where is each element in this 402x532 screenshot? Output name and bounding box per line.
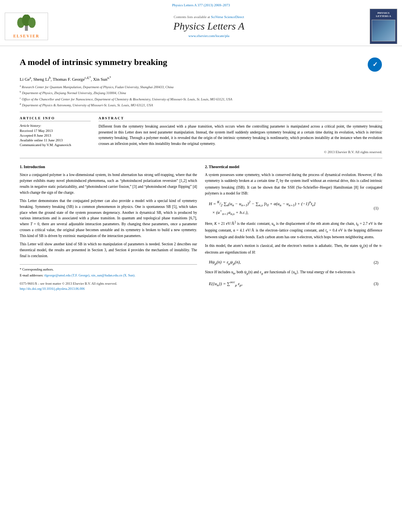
footnotes-section: * Corresponding authors. E-mail addresse… xyxy=(20,264,197,278)
eq2-math: Hψμ(n) = εμψμ(n), xyxy=(209,260,241,264)
accepted-date: Accepted 8 June 2013 xyxy=(20,133,91,137)
theory-para-1: A system possesses some symmetry, which … xyxy=(205,172,382,196)
cover-image xyxy=(372,20,395,41)
intro-para-2: This Letter demonstrates that the conjug… xyxy=(20,198,197,239)
header-center: Contents lists available at SciVerse Sci… xyxy=(48,15,370,38)
journal-cover: PHYSICS LETTERS A xyxy=(370,9,397,44)
affiliation-b: b Department of Physics, Zhejiang Normal… xyxy=(20,90,382,96)
email-footnote: E-mail addresses: tfgeorge@umsl.edu (T.F… xyxy=(20,273,197,278)
eq3-number: (3) xyxy=(374,281,378,287)
article-history-label: Article history: xyxy=(20,124,91,128)
article-info: ARTICLE INFO Article history: Received 1… xyxy=(20,116,91,154)
eq3-math: E({un}) = ∑occμ εμ, xyxy=(209,281,242,286)
theory-para-2: Here, K = 21 eV/Å2 is the elastic consta… xyxy=(205,220,382,240)
corresponding-note: * Corresponding authors. xyxy=(20,267,197,272)
journal-header: Physics Letters A 377 (2013) 2069–2073 E… xyxy=(0,0,402,46)
journal-ref-line: Physics Letters A 377 (2013) 2069–2073 xyxy=(172,3,230,7)
abstract-heading: ABSTRACT xyxy=(99,116,382,121)
page: Physics Letters A 377 (2013) 2069–2073 E… xyxy=(0,0,402,532)
eq1-math: H = K/2 ∑n(un − un+1)2 − ∑n,s [t0 + α(un… xyxy=(209,201,316,215)
journal-title: Physics Letters A xyxy=(56,20,362,32)
col-left: 1. Introduction Since a conjugated polym… xyxy=(20,164,197,291)
intro-para-3: This Letter will show another kind of SB… xyxy=(20,241,197,259)
contents-line: Contents lists available at SciVerse Sci… xyxy=(56,15,362,19)
intro-para-1: Since a conjugated polymer is a low-dime… xyxy=(20,172,197,195)
article-info-abstract: ARTICLE INFO Article history: Received 1… xyxy=(20,116,382,154)
header-row: ELSEVIER Contents lists available at Sci… xyxy=(0,9,402,44)
theory-para-3: In this model, the atom’s motion is clas… xyxy=(205,243,382,256)
received-date: Received 17 May 2013 xyxy=(20,129,91,133)
article-info-heading: ARTICLE INFO xyxy=(20,116,91,121)
equation-2-block: Hψμ(n) = εμψμ(n), (2) xyxy=(205,259,382,266)
abstract-text: Different from the symmetry breaking ass… xyxy=(99,124,382,147)
communicated-by: Communicated by V.M. Agranovich xyxy=(20,143,91,147)
article-title: A model of intrinsic symmetry breaking xyxy=(20,57,359,67)
available-date: Available online 11 June 2013 xyxy=(20,138,91,142)
crossmark-icon[interactable]: ✓ xyxy=(368,57,382,72)
email-addresses[interactable]: tfgeorge@umsl.edu (T.F. George), xin_sun… xyxy=(44,273,135,277)
affiliations: a Research Center for Quantum Manipulati… xyxy=(20,84,382,108)
theory-heading: 2. Theoretical model xyxy=(205,164,382,170)
equation-3: E({un}) = ∑occμ εμ, xyxy=(209,279,374,288)
copyright-line: © 2013 Elsevier B.V. All rights reserved… xyxy=(99,150,382,154)
eq1-number: (1) xyxy=(374,205,378,211)
affiliation-d: d Department of Physics & Astronomy, Uni… xyxy=(20,102,382,108)
divider-bottom xyxy=(20,158,382,158)
equation-3-block: E({un}) = ∑occμ εμ, (3) xyxy=(205,279,382,288)
cover-title: PHYSICS LETTERS A xyxy=(372,11,395,18)
two-column-body: 1. Introduction Since a conjugated polym… xyxy=(20,164,382,291)
divider-top xyxy=(20,112,382,112)
crossmark-svg: ✓ xyxy=(369,59,380,70)
theory-para-4: Since H includes un, both ψμ(n) and εμ a… xyxy=(205,269,382,276)
eq2-number: (2) xyxy=(374,260,378,266)
sciverse-link[interactable]: SciVerse ScienceDirect xyxy=(211,15,244,19)
authors-line: Li Gea, Sheng Lib, Thomas F. Georgec,d,*… xyxy=(20,76,382,82)
intro-heading: 1. Introduction xyxy=(20,164,197,170)
equation-1: H = K/2 ∑n(un − un+1)2 − ∑n,s [t0 + α(un… xyxy=(209,200,374,217)
issn-line: 0375-9601/$ – see front matter © 2013 El… xyxy=(20,281,197,286)
elsevier-brand-text: ELSEVIER xyxy=(13,34,40,38)
abstract-section: ABSTRACT Different from the symmetry bre… xyxy=(99,116,382,154)
main-content: A model of intrinsic symmetry breaking ✓… xyxy=(0,46,402,295)
doi-link[interactable]: http://dx.doi.org/10.1016/j.physleta.201… xyxy=(20,286,197,291)
article-title-section: A model of intrinsic symmetry breaking ✓ xyxy=(20,57,382,72)
svg-text:✓: ✓ xyxy=(372,61,378,68)
bottom-ref: 0375-9601/$ – see front matter © 2013 El… xyxy=(20,281,197,291)
affiliation-a: a Research Center for Quantum Manipulati… xyxy=(20,84,382,90)
journal-url[interactable]: www.elsevier.com/locate/pla xyxy=(56,34,362,38)
equation-2: Hψμ(n) = εμψμ(n), xyxy=(209,259,374,266)
equation-1-block: H = K/2 ∑n(un − un+1)2 − ∑n,s [t0 + α(un… xyxy=(205,200,382,217)
svg-point-3 xyxy=(28,18,36,28)
elsevier-logo: ELSEVIER xyxy=(5,13,48,40)
affiliation-c: c Office of the Chancellor and Center fo… xyxy=(20,96,382,102)
elsevier-tree-icon xyxy=(11,15,42,32)
svg-rect-0 xyxy=(25,26,28,31)
col-right: 2. Theoretical model A system possesses … xyxy=(205,164,382,291)
crossmark[interactable]: ✓ xyxy=(367,57,382,72)
